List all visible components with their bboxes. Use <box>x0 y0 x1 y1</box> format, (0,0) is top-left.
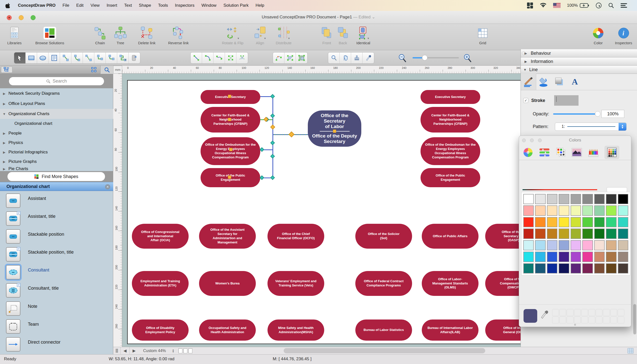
recent-swatch-slot[interactable] <box>567 309 573 316</box>
color-swatch[interactable] <box>594 263 605 274</box>
color-swatch[interactable] <box>618 194 628 204</box>
eyedropper-icon[interactable] <box>540 310 548 319</box>
sidebar-item-org-chart[interactable]: Organizational chart <box>0 118 113 128</box>
color-swatch[interactable] <box>570 228 581 239</box>
opacity-slider-knob[interactable] <box>595 111 600 116</box>
vertex-handle[interactable] <box>228 95 231 98</box>
color-swatch[interactable] <box>582 263 593 274</box>
zoom-out-icon[interactable] <box>398 54 407 63</box>
menu-view[interactable]: View <box>87 3 103 8</box>
color-swatch[interactable] <box>535 263 545 274</box>
color-swatch[interactable] <box>570 240 581 250</box>
sidebar-section-pictorial[interactable]: ▶Pictorial Infographics <box>0 147 113 157</box>
wifi-icon[interactable] <box>540 3 547 8</box>
menu-solution-park[interactable]: Solution Park <box>220 3 252 8</box>
ellipse-tool[interactable] <box>37 52 49 64</box>
org-node[interactable]: Office of the Chief Financial Officer (O… <box>267 224 324 249</box>
arc-draw-tool[interactable] <box>202 52 213 64</box>
colors-close-button[interactable] <box>522 138 526 142</box>
zoom-slider-knob[interactable] <box>422 55 428 60</box>
color-swatch[interactable] <box>594 194 605 204</box>
org-node[interactable]: Executive Secretary <box>421 90 480 104</box>
org-node[interactable]: Office of the Solicior (Sol) <box>355 224 412 249</box>
color-swatch[interactable] <box>606 240 616 250</box>
recent-swatch-slot[interactable] <box>603 309 610 316</box>
color-swatch[interactable] <box>618 263 628 274</box>
shape-team[interactable]: ++ Team <box>0 319 113 337</box>
color-swatch[interactable] <box>547 205 557 216</box>
org-node-secretary[interactable]: Office of the Secretary of Labor Office … <box>308 110 361 147</box>
edit-curve-tool[interactable] <box>273 52 284 64</box>
org-node[interactable]: Office of Disability Employment Policy <box>132 320 189 341</box>
shape-assistant-title[interactable]: ✓ Assistant, title <box>0 211 113 229</box>
sidebar-section-people[interactable]: ▶People <box>0 128 113 138</box>
curve-draw-tool[interactable] <box>213 52 225 64</box>
reverse-link-button[interactable]: Reverse link <box>168 25 189 45</box>
text-tool[interactable] <box>49 52 60 64</box>
sidebar-section-physics[interactable]: ▶Physics <box>0 138 113 148</box>
color-swatch[interactable] <box>547 252 557 262</box>
recent-swatch-slot[interactable] <box>581 309 588 316</box>
pattern-dropdown[interactable]: 1: ▲▼ <box>555 122 626 131</box>
recent-swatch-slot[interactable] <box>581 316 588 324</box>
stroke-checkbox[interactable]: ✓ <box>523 98 528 103</box>
inspector-section-line[interactable]: ▼Line <box>521 66 637 74</box>
app-grid-status-icon[interactable] <box>527 2 533 9</box>
group-tool[interactable] <box>296 52 307 64</box>
inspectors-button[interactable]: i Inspectors <box>615 25 632 45</box>
org-node[interactable]: Office of the Ombudsman for the Energy E… <box>201 137 260 165</box>
tab-fill[interactable] <box>536 74 552 90</box>
align-button[interactable]: ▾ Align <box>254 25 266 45</box>
color-swatch[interactable] <box>594 217 605 227</box>
color-swatch[interactable] <box>523 205 534 216</box>
delete-link-button[interactable]: ✕ Delete link <box>138 25 156 45</box>
menu-app[interactable]: ConceptDraw PRO <box>15 3 59 8</box>
color-swatch[interactable] <box>547 217 557 227</box>
color-pencils-icon[interactable] <box>587 146 600 159</box>
color-swatch[interactable] <box>570 217 581 227</box>
color-swatch[interactable] <box>547 228 557 239</box>
color-swatch[interactable] <box>582 205 593 216</box>
org-node[interactable]: Office of Public Affairs <box>422 224 478 249</box>
menu-inspectors[interactable]: Inspectors <box>171 3 198 8</box>
vertex-handle[interactable] <box>228 176 231 179</box>
color-swatch[interactable] <box>523 240 534 250</box>
org-node[interactable]: Bureau of Labor Statistics <box>355 320 412 341</box>
org-node[interactable]: Women's Burea <box>199 271 256 296</box>
sidebar-section-org-charts[interactable]: ▼Organizational Charts <box>0 109 113 119</box>
shape-assistant[interactable]: Assistant <box>0 193 113 211</box>
color-swatch[interactable] <box>535 205 545 216</box>
spotlight-search-icon[interactable] <box>608 2 614 8</box>
page-grid-icon[interactable] <box>627 348 633 354</box>
color-swatch[interactable] <box>535 228 545 239</box>
recent-swatch-slot[interactable] <box>552 316 559 324</box>
color-swatch[interactable] <box>570 205 581 216</box>
color-swatch[interactable] <box>559 228 569 239</box>
color-swatch[interactable] <box>606 194 616 204</box>
color-swatch[interactable] <box>535 217 545 227</box>
color-swatch[interactable] <box>523 252 534 262</box>
color-swatch[interactable] <box>582 252 593 262</box>
h-scrollbar[interactable] <box>284 348 485 353</box>
grid-view-button[interactable] <box>89 66 99 73</box>
find-more-shapes-button[interactable]: Find More Shapes <box>8 172 105 181</box>
direct-connector-tool[interactable] <box>60 52 71 64</box>
color-swatch[interactable] <box>582 217 593 227</box>
eyedropper-tool[interactable] <box>363 52 374 64</box>
color-swatch[interactable] <box>547 194 557 204</box>
color-swatch[interactable] <box>594 240 605 250</box>
zoom-slider[interactable] <box>413 57 459 58</box>
rotate-flip-button[interactable]: ▾ Rotate & Flip <box>222 25 244 45</box>
color-swatch[interactable] <box>606 252 616 262</box>
rectangle-tool[interactable] <box>26 52 37 64</box>
color-swatch[interactable] <box>606 228 616 239</box>
color-grid-palette-icon[interactable] <box>604 146 619 159</box>
color-swatch[interactable] <box>547 240 557 250</box>
color-swatch[interactable] <box>594 252 605 262</box>
menu-shape[interactable]: Shape <box>135 3 155 8</box>
color-swatch[interactable] <box>535 240 545 250</box>
color-swatch[interactable] <box>523 217 534 227</box>
color-swatch[interactable] <box>594 228 605 239</box>
line-draw-tool[interactable] <box>191 52 202 64</box>
color-swatch[interactable] <box>535 194 545 204</box>
